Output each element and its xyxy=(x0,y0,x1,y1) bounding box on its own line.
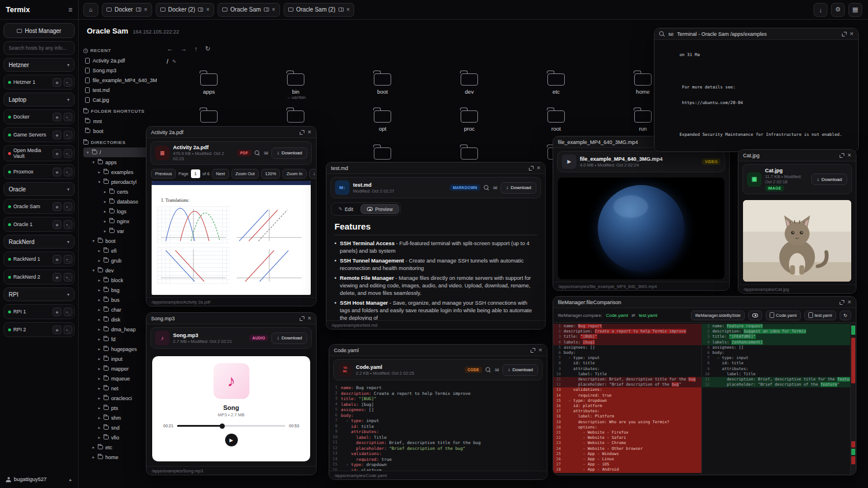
host-item[interactable]: Docker ▤ >_ xyxy=(3,109,75,124)
terminal-icon[interactable]: >_ xyxy=(64,78,72,87)
markdown-preview[interactable]: Features SSH Terminal Access - Full-feat… xyxy=(326,218,545,320)
menu-icon[interactable]: ≡ xyxy=(68,6,72,14)
close-icon[interactable]: × xyxy=(848,152,851,158)
window-titlebar[interactable]: Code.yaml × xyxy=(329,345,547,356)
video-frame[interactable] xyxy=(558,178,724,279)
compare-right-file[interactable]: test.yaml xyxy=(639,313,657,318)
window-titlebar[interactable]: Cat.jpg × xyxy=(738,150,856,161)
recent-file[interactable]: Song.mp3 xyxy=(83,65,159,75)
host-item[interactable]: Oracle 1 ▤ >_ xyxy=(3,217,75,232)
search-icon[interactable] xyxy=(255,150,260,156)
host-group[interactable]: RPI ▾ xyxy=(3,287,75,301)
chevron-icon[interactable] xyxy=(97,357,101,361)
terminal-icon[interactable]: >_ xyxy=(64,113,72,121)
terminal-icon[interactable]: >_ xyxy=(64,168,72,176)
share-icon[interactable]: ✉ xyxy=(264,150,269,156)
folder-shortcut[interactable]: mnt xyxy=(83,116,159,126)
apps-grid-icon[interactable]: ▦ xyxy=(848,3,862,17)
chevron-icon[interactable] xyxy=(97,367,101,371)
diff-left-panel[interactable]: 1 name: Bug report 2 description: Create… xyxy=(553,323,702,475)
page-number-input[interactable]: 1 xyxy=(191,169,200,178)
host-item[interactable]: Hetzner 1 ▤ >_ xyxy=(3,75,75,90)
tab-edit[interactable]: ✎Edit xyxy=(333,204,359,214)
session-tab[interactable]: Oracle Sam × xyxy=(218,3,280,17)
download-button[interactable]: ↓Download xyxy=(309,169,316,179)
code-editor[interactable]: 1 name: Bug report 2 description: Create… xyxy=(329,383,547,471)
previous-page-button[interactable]: Previous xyxy=(151,169,176,179)
chevron-icon[interactable] xyxy=(91,160,95,165)
expand-icon[interactable] xyxy=(840,300,844,305)
folder-item[interactable]: apps xyxy=(165,68,252,105)
host-item[interactable]: Game Servers ▤ >_ xyxy=(3,127,75,142)
folder-item[interactable]: etc xyxy=(513,68,599,105)
split-icon[interactable] xyxy=(136,8,141,12)
tab-home[interactable]: ⌂ xyxy=(83,3,98,17)
share-icon[interactable]: ✉ xyxy=(493,185,498,191)
expand-icon[interactable] xyxy=(300,130,304,135)
expand-icon[interactable] xyxy=(529,166,534,171)
host-manager-button[interactable]: Host Manager xyxy=(3,23,75,38)
preview-toggle-button[interactable] xyxy=(748,310,762,320)
split-icon[interactable] xyxy=(339,8,344,12)
close-icon[interactable]: × xyxy=(272,7,275,13)
server-icon[interactable]: ▤ xyxy=(53,308,61,316)
updates-icon[interactable]: ↓ xyxy=(814,3,827,17)
search-icon[interactable] xyxy=(486,367,491,373)
chevron-icon[interactable] xyxy=(86,150,90,155)
chevron-icon[interactable] xyxy=(97,416,101,420)
chevron-icon[interactable] xyxy=(91,445,95,450)
zoom-in-button[interactable]: Zoom In xyxy=(282,169,307,179)
recent-file[interactable]: file_example_MP4_640_3MG... xyxy=(83,75,159,85)
chevron-icon[interactable] xyxy=(97,386,101,391)
share-icon[interactable]: ✉ xyxy=(495,367,499,373)
play-button[interactable]: ▶ xyxy=(225,434,238,446)
download-button[interactable]: ↓Download xyxy=(501,182,536,194)
chevron-icon[interactable] xyxy=(103,219,107,224)
chevron-icon[interactable] xyxy=(91,239,95,243)
chevron-icon[interactable] xyxy=(97,406,101,411)
split-icon[interactable] xyxy=(264,8,269,12)
folder-item[interactable]: bin → usr/bin xyxy=(252,68,339,105)
server-icon[interactable]: ▤ xyxy=(53,149,61,158)
side-by-side-button[interactable]: fileManager.sideBySide xyxy=(691,310,744,320)
recent-file[interactable]: Cat.jpg xyxy=(83,95,159,105)
host-group[interactable]: Oracle ▾ xyxy=(3,182,75,196)
terminal-icon[interactable]: >_ xyxy=(64,149,72,158)
expand-icon[interactable] xyxy=(300,316,304,321)
folder-item[interactable]: proc xyxy=(426,105,513,142)
terminal-icon[interactable]: >_ xyxy=(64,255,72,264)
server-icon[interactable]: ▤ xyxy=(53,202,61,211)
edit-path-icon[interactable]: ✎ xyxy=(172,59,176,64)
host-item[interactable]: Proxmox ▤ >_ xyxy=(3,164,75,179)
chevron-icon[interactable] xyxy=(97,278,101,283)
chevron-icon[interactable] xyxy=(97,347,101,352)
expand-icon[interactable] xyxy=(840,153,844,158)
next-page-button[interactable]: Next xyxy=(212,169,229,179)
window-titlebar[interactable]: fileManager:fileComparison × xyxy=(553,297,856,308)
window-titlebar[interactable]: se Terminal - Oracle Sam /apps/examples … xyxy=(654,28,858,40)
close-icon[interactable]: × xyxy=(308,315,311,321)
chevron-icon[interactable] xyxy=(103,229,107,234)
window-titlebar[interactable]: Song.mp3 × xyxy=(146,313,316,324)
progress-track[interactable] xyxy=(177,425,286,427)
chevron-icon[interactable] xyxy=(97,298,101,302)
host-search-input[interactable] xyxy=(3,41,75,55)
terminal-icon[interactable]: >_ xyxy=(64,202,72,211)
server-icon[interactable]: ▤ xyxy=(53,326,61,334)
admin-icon[interactable]: ⚙ xyxy=(831,3,845,17)
folder-item[interactable]: opt xyxy=(339,105,426,142)
pdf-page[interactable]: 1. Translations: xyxy=(152,181,311,295)
download-button[interactable]: ↓Download xyxy=(271,147,307,159)
chevron-icon[interactable] xyxy=(91,268,95,273)
tab-preview[interactable]: Preview xyxy=(361,204,399,214)
search-icon[interactable] xyxy=(659,31,665,37)
download-button[interactable]: ↓Download xyxy=(271,332,307,344)
open-left-file-button[interactable]: Code.yaml xyxy=(766,310,801,320)
user-menu[interactable]: bugattiguy527 ▲ xyxy=(3,474,75,485)
recent-file[interactable]: Activity 2a.pdf xyxy=(83,56,159,65)
close-icon[interactable]: × xyxy=(537,165,540,171)
chevron-icon[interactable] xyxy=(97,249,101,253)
folder-item[interactable]: dev xyxy=(426,68,513,105)
server-icon[interactable]: ▤ xyxy=(53,113,61,121)
download-button[interactable]: ↓Download xyxy=(811,173,847,185)
